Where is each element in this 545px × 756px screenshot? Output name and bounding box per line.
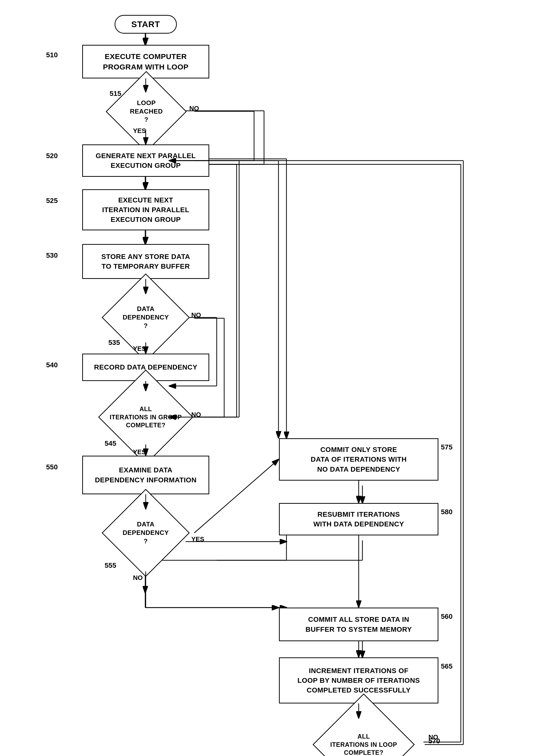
flowchart-arrows-2 [0,0,545,756]
svg-line-57 [194,459,278,533]
